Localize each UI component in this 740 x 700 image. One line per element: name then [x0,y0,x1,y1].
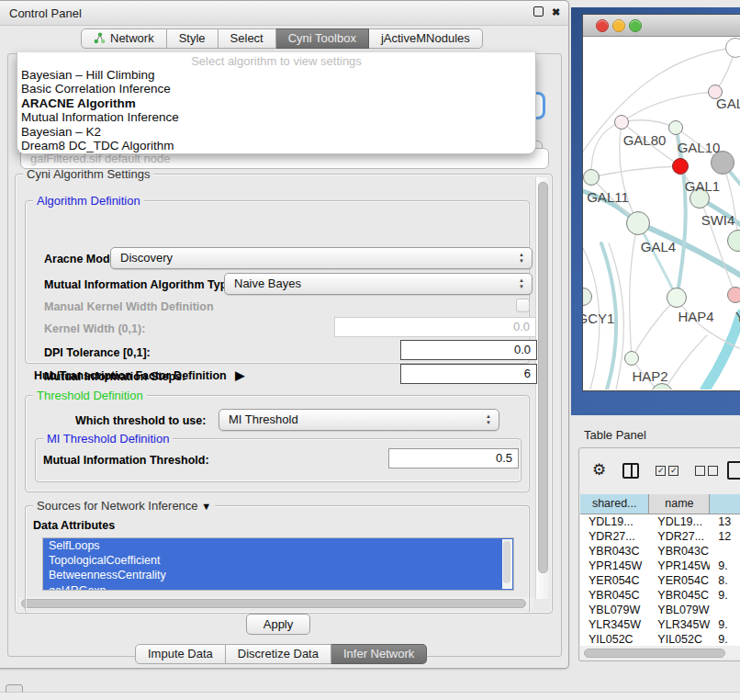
algorithm-option-bayesian-k2[interactable]: Bayesian – K2 [17,125,535,139]
tab-infer-network[interactable]: Infer Network [331,644,427,664]
tab-network[interactable]: Network [81,28,167,49]
mi-threshold-field[interactable]: 0.5 [388,448,519,469]
table-cell[interactable]: YPR145W [649,559,710,573]
table-cell[interactable]: 12 [710,529,740,544]
tab-impute-data[interactable]: Impute Data [135,644,226,664]
table-row[interactable]: YLR345WYLR345W9. [580,617,740,632]
select-all-icon[interactable]: ✓✓ [656,466,678,476]
algorithm-option-basic-correlation-inference[interactable]: Basic Correlation Inference [17,82,535,96]
table-cell[interactable]: YER054C [649,573,710,588]
table-cell[interactable]: YBR045C [649,588,710,603]
which-threshold-combo[interactable]: MI Threshold ▲▼ [219,409,499,431]
table-cell[interactable]: YDR27... [649,529,710,544]
apply-button[interactable]: Apply [246,614,310,635]
table-cell[interactable]: YBR045C [580,588,649,603]
node-table: shared...name YDL19...YDL19...13YDR27...… [580,494,740,646]
table-row[interactable]: YIL052CYIL052C9. [580,632,740,646]
network-node[interactable] [624,351,639,366]
attribute-item[interactable]: gal4RGexp [43,583,513,591]
algorithm-option-mutual-information-inference[interactable]: Mutual Information Inference [17,110,535,124]
minimize-traffic-light-icon[interactable] [612,19,625,32]
network-node[interactable] [626,211,650,235]
gear-icon[interactable]: ⚙ [592,462,606,479]
network-window-titlebar[interactable] [583,15,740,37]
file-icon[interactable] [727,461,740,480]
table-horizontal-scrollbar-thumb[interactable] [584,649,725,658]
table-row[interactable]: YBR045CYBR045C9. [580,588,740,603]
table-cell[interactable]: YDL19... [580,514,649,529]
deselect-all-icon[interactable] [695,466,718,476]
close-window-button[interactable]: ✖ [550,6,562,18]
table-horizontal-scrollbar[interactable] [582,647,740,658]
kernel-width-field[interactable]: 0.0 [334,317,536,337]
table-row[interactable]: YPR145WYPR145W9. [580,559,740,573]
table-cell[interactable]: YER054C [580,573,649,588]
network-node[interactable] [725,38,740,58]
manual-kernel-checkbox[interactable] [516,299,530,312]
table-cell[interactable]: YLR345W [649,617,710,632]
network-node[interactable] [614,115,629,130]
table-row[interactable]: YBR043CYBR043C [580,544,740,559]
sources-group-title[interactable]: Sources for Network Inference ▼ [33,499,215,513]
table-cell[interactable]: YIL052C [580,632,649,646]
attribute-item[interactable]: SelfLoops [43,538,513,553]
column-header-name[interactable]: name [649,494,710,514]
table-cell[interactable]: 8. [710,573,740,588]
table-cell[interactable]: YBR043C [580,544,649,559]
table-cell[interactable]: 13 [710,514,740,529]
table-cell[interactable]: YBL079W [580,603,649,617]
tab-discretize-data[interactable]: Discretize Data [226,644,331,664]
table-cell[interactable] [710,544,740,559]
attributes-scrollbar[interactable] [502,539,512,589]
attributes-scrollbar-thumb[interactable] [503,541,510,583]
network-node[interactable] [667,288,687,308]
table-cell[interactable]: YDL19... [649,514,710,529]
tab-label: Infer Network [343,647,414,660]
table-cell[interactable]: YIL052C [649,632,710,646]
table-cell[interactable]: YDR27... [580,529,649,544]
table-cell[interactable]: 9. [710,617,740,632]
table-row[interactable]: YDR27...YDR27...12 [580,529,740,544]
mi-steps-field[interactable]: 6 [400,364,537,384]
network-node[interactable] [583,169,600,186]
hub-definition-toggle[interactable]: Hub/Transcription Factor Definition ▶ [34,368,244,382]
attribute-item[interactable]: BetweennessCentrality [43,568,513,582]
algorithm-option-dream8-dc-tdc-algorithm[interactable]: Dream8 DC_TDC Algorithm [17,139,535,152]
aracne-mode-combo[interactable]: Discovery ▲▼ [110,247,533,269]
table-row[interactable]: YER054CYER054C8. [580,573,740,588]
network-edge [705,314,740,390]
column-layout-icon[interactable] [622,463,639,479]
column-header-extra[interactable] [710,494,740,514]
network-node[interactable] [672,158,689,175]
tab-style[interactable]: Style [167,28,219,49]
algorithm-option-bayesian-hill-climbing[interactable]: Bayesian – Hill Climbing [17,68,535,82]
table-cell[interactable]: 9. [710,588,740,603]
table-cell[interactable]: YBL079W [649,603,710,617]
table-cell[interactable]: 9. [710,559,740,573]
table-cell[interactable] [710,603,740,617]
algorithm-option-aracne-algorithm[interactable]: ARACNE Algorithm [17,96,535,110]
zoom-traffic-light-icon[interactable] [629,19,642,32]
settings-vertical-scrollbar[interactable] [535,177,549,599]
attribute-item[interactable]: TopologicalCoefficient [43,553,513,568]
tab-select[interactable]: Select [219,28,276,49]
network-view-window[interactable]: GALGAL80GAL10GAL1GAL11SWI4GAL4GCY1HAP4YH… [582,14,740,391]
table-cell[interactable]: YPR145W [580,559,649,573]
table-row[interactable]: YBL079WYBL079W [580,603,740,617]
mi-type-combo[interactable]: Naive Bayes ▲▼ [224,273,533,295]
network-canvas[interactable]: GALGAL80GAL10GAL1GAL11SWI4GAL4GCY1HAP4YH… [583,37,740,390]
network-node[interactable] [727,287,740,303]
network-node[interactable] [668,120,683,135]
column-header-shared...[interactable]: shared... [580,494,649,514]
table-row[interactable]: YDL19...YDL19...13 [580,514,740,529]
close-traffic-light-icon[interactable] [596,19,609,32]
control-panel-titlebar[interactable]: Control Panel ✖ [0,1,568,26]
dpi-tolerance-field[interactable]: 0.0 [400,340,537,360]
tab-cyni-toolbox[interactable]: Cyni Toolbox [276,28,369,49]
table-cell[interactable]: 9. [710,632,740,646]
tab-jactivemnodules[interactable]: jActiveMNodules [369,28,483,49]
table-cell[interactable]: YLR345W [580,617,649,632]
settings-vertical-scrollbar-thumb[interactable] [538,182,548,573]
table-cell[interactable]: YBR043C [649,544,710,559]
float-window-button[interactable] [533,6,544,18]
